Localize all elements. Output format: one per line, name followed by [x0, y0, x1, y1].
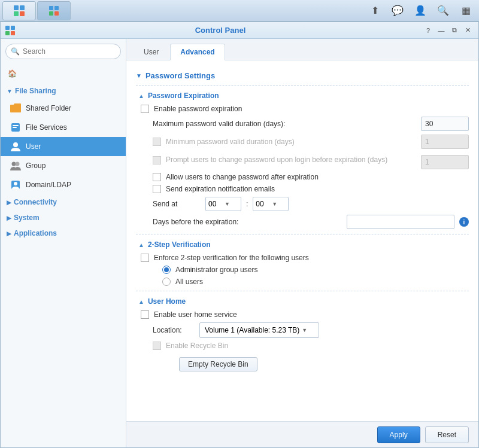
- sidebar: 🔍 🏠 ▼ File Sharing Shared Folder: [1, 39, 126, 447]
- user-icon[interactable]: 👤: [410, 1, 431, 20]
- location-select[interactable]: Volume 1 (Available: 5.23 TB) ▼: [199, 322, 319, 338]
- window-controls: ? — ⧉ ✕: [422, 25, 474, 36]
- chevron-connectivity-icon: ▶: [7, 199, 11, 206]
- send-at-hour-select[interactable]: 00 ▼: [205, 197, 241, 211]
- max-duration-input[interactable]: [421, 117, 469, 131]
- svg-point-15: [14, 182, 17, 185]
- chat-icon[interactable]: 💬: [387, 1, 408, 20]
- help-button[interactable]: ?: [422, 25, 434, 36]
- sidebar-section-connectivity[interactable]: ▶ Connectivity: [1, 194, 126, 210]
- sidebar-section-file-sharing[interactable]: ▼ File Sharing: [1, 83, 126, 99]
- send-at-minute-select[interactable]: 00 ▼: [253, 197, 289, 211]
- close-button[interactable]: ✕: [462, 25, 474, 36]
- password-expiration-label: Password Expiration: [148, 92, 219, 100]
- search-icon: 🔍: [11, 47, 20, 56]
- svg-rect-1: [54, 6, 59, 10]
- reset-button[interactable]: Reset: [425, 426, 469, 443]
- min-duration-input[interactable]: [421, 135, 469, 149]
- min-duration-checkbox[interactable]: [153, 138, 161, 146]
- pe-chevron-icon: ▲: [138, 93, 144, 99]
- svg-rect-2: [49, 11, 53, 16]
- shared-folder-icon: [10, 103, 21, 114]
- chevron-system-icon: ▶: [7, 215, 11, 221]
- enable-expiration-row: Enable password expiration: [136, 105, 469, 113]
- max-duration-label: Maximum password valid duration (days):: [153, 120, 421, 128]
- search-box[interactable]: 🔍: [5, 44, 121, 59]
- admin-users-radio[interactable]: [162, 266, 171, 274]
- connectivity-label: Connectivity: [14, 198, 57, 206]
- enable-user-home-checkbox[interactable]: [141, 310, 149, 319]
- password-expiration-header[interactable]: ▲ Password Expiration: [138, 92, 469, 100]
- main-layout: 🔍 🏠 ▼ File Sharing Shared Folder: [1, 39, 478, 447]
- empty-recycle-container: Empty Recycle Bin: [136, 353, 469, 371]
- time-colon: :: [246, 200, 248, 208]
- send-at-row: Send at 00 ▼ : 00 ▼: [136, 197, 469, 211]
- svg-rect-10: [13, 127, 17, 128]
- sidebar-section-applications[interactable]: ▶ Applications: [1, 225, 126, 241]
- send-notification-checkbox[interactable]: [153, 185, 161, 193]
- all-users-row: All users: [136, 278, 469, 286]
- system-label: System: [14, 214, 40, 222]
- apply-button[interactable]: Apply: [377, 426, 420, 443]
- enforce-2step-label: Enforce 2-step verification for the foll…: [154, 254, 469, 262]
- prompt-input[interactable]: [421, 155, 469, 169]
- sidebar-item-user[interactable]: User: [1, 137, 126, 156]
- svg-point-11: [13, 142, 18, 147]
- upload-icon[interactable]: ⬆: [364, 1, 386, 20]
- admin-users-row: Administrator group users: [136, 266, 469, 274]
- days-before-input[interactable]: [347, 215, 454, 229]
- days-before-label: Days before the expiration:: [153, 218, 342, 226]
- password-settings-label: Password Settings: [145, 71, 215, 80]
- enable-expiration-checkbox[interactable]: [141, 105, 149, 113]
- sidebar-item-home[interactable]: 🏠: [1, 64, 126, 83]
- scroll-area[interactable]: ▼ Password Settings ▲ Password Expiratio…: [126, 60, 478, 421]
- content-panel: User Advanced ▼ Password Settings ▲ Pass…: [126, 39, 478, 447]
- domain-icon: [10, 179, 21, 190]
- two-step-header[interactable]: ▲ 2-Step Verification: [138, 240, 469, 249]
- sidebar-search: 🔍: [1, 39, 126, 64]
- hour-dropdown-icon: ▼: [225, 201, 238, 207]
- enable-recycle-checkbox[interactable]: [153, 342, 161, 350]
- prompt-label: Prompt users to change password upon log…: [166, 155, 421, 165]
- uh-chevron-icon: ▲: [138, 298, 144, 305]
- user-sidebar-icon: [10, 141, 21, 152]
- prompt-checkbox[interactable]: [153, 156, 161, 164]
- radio-dot: [164, 267, 169, 272]
- apps-button[interactable]: [2, 1, 36, 20]
- control-panel-taskbar-btn[interactable]: [37, 1, 71, 20]
- tab-advanced[interactable]: Advanced: [170, 44, 225, 60]
- location-row: Location: Volume 1 (Available: 5.23 TB) …: [136, 322, 469, 338]
- min-duration-row: Minimum password valid duration (days): [136, 135, 469, 149]
- password-settings-header[interactable]: ▼ Password Settings: [136, 71, 469, 80]
- send-at-minute-value: 00: [256, 200, 269, 208]
- days-before-row: Days before the expiration: i: [136, 215, 469, 229]
- search-input[interactable]: [23, 47, 116, 56]
- sidebar-item-domain[interactable]: Domain/LDAP: [1, 175, 126, 194]
- svg-rect-5: [11, 26, 15, 30]
- send-notification-row: Send expiration notification emails: [136, 185, 469, 193]
- sidebar-item-shared-folder[interactable]: Shared Folder: [1, 99, 126, 118]
- tabs: User Advanced: [126, 39, 478, 60]
- info-icon[interactable]: i: [459, 217, 469, 227]
- grid-taskbar-icon[interactable]: ▦: [455, 1, 477, 20]
- svg-rect-4: [5, 26, 10, 30]
- send-at-hour-value: 00: [208, 200, 222, 208]
- control-panel-icon: [48, 5, 59, 16]
- divider-3: [136, 291, 469, 291]
- search-taskbar-icon[interactable]: 🔍: [432, 1, 454, 20]
- sidebar-item-group[interactable]: Group: [1, 156, 126, 175]
- minimize-button[interactable]: —: [435, 25, 447, 36]
- sidebar-item-file-services[interactable]: File Services: [1, 118, 126, 137]
- allow-change-checkbox[interactable]: [153, 173, 161, 181]
- min-duration-label: Minimum password valid duration (days): [166, 138, 421, 146]
- all-users-radio[interactable]: [162, 278, 171, 286]
- ts-chevron-icon: ▲: [138, 242, 144, 248]
- enforce-2step-checkbox[interactable]: [141, 254, 149, 262]
- svg-rect-6: [5, 31, 10, 35]
- allow-change-label: Allow users to change password after exp…: [166, 173, 469, 181]
- maximize-button[interactable]: ⧉: [448, 25, 460, 36]
- sidebar-section-system[interactable]: ▶ System: [1, 210, 126, 225]
- empty-recycle-button[interactable]: Empty Recycle Bin: [179, 357, 257, 371]
- user-home-header[interactable]: ▲ User Home: [138, 297, 469, 306]
- tab-user[interactable]: User: [134, 44, 169, 60]
